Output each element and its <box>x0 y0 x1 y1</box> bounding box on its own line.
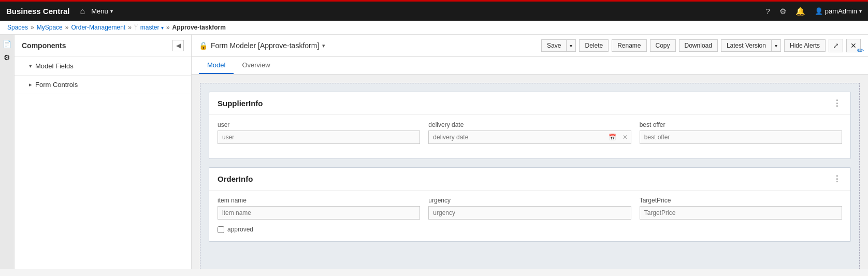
help-icon[interactable]: ? <box>766 7 770 16</box>
user-label: user <box>218 121 420 128</box>
hide-alerts-button[interactable]: Hide Alerts <box>784 39 826 52</box>
breadcrumb-myspace[interactable]: MySpace <box>37 24 63 31</box>
order-info-body: item name urgency TargetPrice <box>209 191 850 241</box>
breadcrumb-spaces[interactable]: Spaces <box>7 24 28 31</box>
tabs-bar: Model Overview <box>192 57 868 75</box>
urgency-field: urgency <box>428 197 631 220</box>
item-name-input[interactable] <box>218 206 420 220</box>
notifications-icon[interactable]: 🔔 <box>795 7 805 16</box>
tab-overview[interactable]: Overview <box>234 57 278 74</box>
supplier-info-section: SupplierInfo ⋮ user delivery <box>209 92 851 159</box>
user-menu[interactable]: 👤 pamAdmin ▾ <box>815 7 862 15</box>
order-info-header: OrderInfo ⋮ <box>209 168 850 191</box>
supplier-info-title: SupplierInfo <box>218 99 263 108</box>
tab-model[interactable]: Model <box>199 57 234 74</box>
sidebar-section-model-fields-header[interactable]: ▾ Model Fields <box>15 57 191 75</box>
save-button-group: Save ▾ <box>541 39 576 52</box>
topnav-right: ? ⚙ 🔔 👤 pamAdmin ▾ <box>766 7 862 16</box>
supplier-info-body: user delivery date 📅 ✕ <box>209 115 850 158</box>
item-name-field: item name <box>218 197 420 220</box>
top-nav: Business Central ⌂ Menu ▾ ? ⚙ 🔔 👤 pamAdm… <box>0 0 868 21</box>
content-area: 🔒 Form Modeler [Approve-taskform] ▾ Save… <box>192 35 868 269</box>
sidebar-section-model-fields: ▾ Model Fields <box>15 57 191 76</box>
delivery-date-input-wrapper: 📅 ✕ <box>428 130 631 144</box>
target-price-label: TargetPrice <box>640 197 842 204</box>
item-name-label: item name <box>218 197 420 204</box>
sidebar-section-form-controls: ▸ Form Controls <box>15 76 191 94</box>
branch-icon: ᛘ <box>134 24 138 31</box>
supplier-info-menu-icon[interactable]: ⋮ <box>833 98 842 108</box>
home-icon[interactable]: ⌂ <box>80 7 85 16</box>
order-info-title: OrderInfo <box>218 175 253 183</box>
delivery-date-input[interactable] <box>429 131 605 143</box>
best-offer-label: best offer <box>640 121 842 128</box>
form-modeler-title: Form Modeler [Approve-taskform] <box>211 41 319 50</box>
latest-version-dropdown[interactable]: ▾ <box>772 41 780 51</box>
download-button[interactable]: Download <box>679 39 718 52</box>
urgency-label: urgency <box>428 197 631 204</box>
user-field: user <box>218 121 420 144</box>
menu-button[interactable]: Menu ▾ <box>91 7 113 15</box>
sidebar: 📄 ⚙ Components ◀ ▾ Model Fields ▸ Form C… <box>0 35 192 269</box>
form-controls-expand-icon: ▸ <box>29 81 32 88</box>
breadcrumb-master[interactable]: master ▾ <box>140 24 164 31</box>
calendar-icon[interactable]: 📅 <box>605 134 619 141</box>
delete-button[interactable]: Delete <box>579 39 609 52</box>
order-info-menu-icon[interactable]: ⋮ <box>833 174 842 184</box>
target-price-input[interactable] <box>640 206 842 220</box>
sidebar-section-form-controls-header[interactable]: ▸ Form Controls <box>15 76 191 94</box>
latest-version-button[interactable]: Latest Version <box>721 40 772 51</box>
urgency-input[interactable] <box>428 206 631 220</box>
best-offer-field: best offer <box>640 121 842 144</box>
save-dropdown-button[interactable]: ▾ <box>567 41 575 51</box>
breadcrumb: Spaces » MySpace » Order-Management » ᛘ … <box>0 21 868 35</box>
approved-checkbox-row: approved <box>218 226 842 233</box>
settings-icon[interactable]: ⚙ <box>779 7 786 16</box>
form-title-area: 🔒 Form Modeler [Approve-taskform] ▾ <box>199 41 538 50</box>
supplier-info-fields-row: user delivery date 📅 ✕ <box>218 121 842 144</box>
user-input[interactable] <box>218 130 420 144</box>
sidebar-icon-settings[interactable]: ⚙ <box>4 53 10 62</box>
approved-checkbox-label: approved <box>227 226 253 233</box>
sidebar-collapse-button[interactable]: ◀ <box>172 40 184 51</box>
order-info-fields-row: item name urgency TargetPrice <box>218 197 842 220</box>
form-controls-label: Form Controls <box>35 81 78 89</box>
form-canvas-inner: SupplierInfo ⋮ user delivery <box>200 83 860 269</box>
model-fields-expand-icon: ▾ <box>29 63 32 69</box>
supplier-info-header: SupplierInfo ⋮ <box>209 92 850 115</box>
sidebar-header: Components ◀ <box>15 35 191 57</box>
form-canvas: SupplierInfo ⋮ user delivery <box>192 75 868 269</box>
save-button[interactable]: Save <box>542 40 567 51</box>
breadcrumb-order-management[interactable]: Order-Management <box>71 24 125 31</box>
model-fields-label: Model Fields <box>35 62 74 70</box>
rename-button[interactable]: Rename <box>612 39 646 52</box>
sidebar-title: Components <box>22 41 66 50</box>
target-price-field: TargetPrice <box>640 197 842 220</box>
order-info-section: OrderInfo ⋮ item name urgency <box>209 167 851 242</box>
edit-pencil-icon[interactable]: ✏ <box>857 46 864 55</box>
expand-button[interactable]: ⤢ <box>829 39 843 52</box>
delivery-date-field: delivery date 📅 ✕ <box>428 121 631 144</box>
sidebar-icon-files[interactable]: 📄 <box>3 40 11 48</box>
main-layout: 📄 ⚙ Components ◀ ▾ Model Fields ▸ Form C… <box>0 35 868 269</box>
form-toolbar: 🔒 Form Modeler [Approve-taskform] ▾ Save… <box>192 35 868 57</box>
breadcrumb-current: Approve-taskform <box>172 24 226 31</box>
date-clear-button[interactable]: ✕ <box>619 134 631 141</box>
form-title-dropdown[interactable]: ▾ <box>322 42 325 49</box>
lock-icon: 🔒 <box>199 41 208 50</box>
best-offer-input[interactable] <box>640 130 842 144</box>
approved-checkbox[interactable] <box>218 226 224 233</box>
latest-version-group: Latest Version ▾ <box>721 39 781 52</box>
copy-button[interactable]: Copy <box>650 39 676 52</box>
brand-title: Business Central <box>6 7 70 16</box>
delivery-date-label: delivery date <box>428 121 631 128</box>
